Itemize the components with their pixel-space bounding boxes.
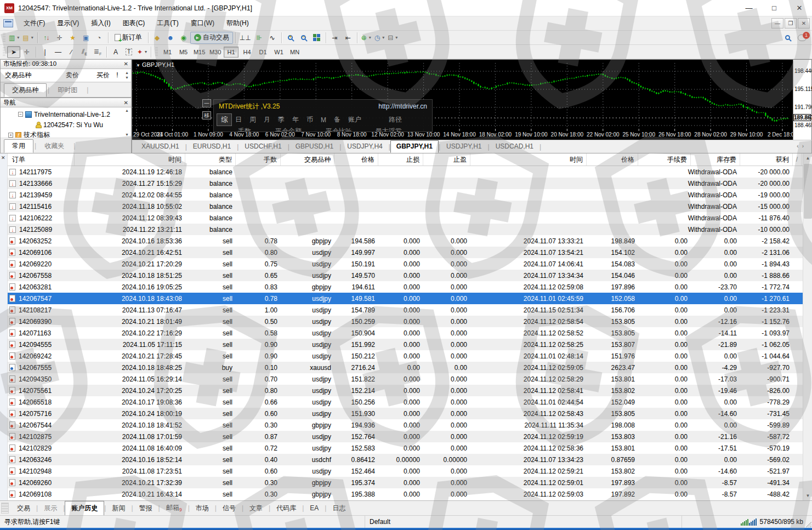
table-row[interactable]: 1420675472024.10.18 18:43:08sell0.78usdj…: [8, 293, 803, 304]
terminal-tab-2[interactable]: 展示: [38, 501, 63, 515]
terminal-tab-12[interactable]: 日志: [326, 501, 351, 515]
close-button[interactable]: ✕: [787, 0, 812, 16]
chart-tab-xauusd[interactable]: XAUUSD,H1: [135, 140, 185, 153]
column-header-5[interactable]: 交易品种: [281, 153, 334, 166]
chart-shift-button[interactable]: ⇤: [342, 32, 355, 44]
mtdriver-menu-item[interactable]: 季: [274, 114, 288, 126]
column-header-12[interactable]: 库存费: [691, 153, 740, 166]
scrollbar-thumb[interactable]: [804, 164, 812, 219]
notifications-icon[interactable]: 1: [798, 35, 807, 41]
trendline-tool-button[interactable]: ∕: [65, 46, 78, 58]
timeframe-m15[interactable]: M15: [192, 47, 207, 58]
bar-chart-mode-button[interactable]: ⊥⊥: [238, 32, 253, 44]
column-header-9[interactable]: 时间: [470, 153, 587, 166]
table-row[interactable]: 1420632462024.10.16 18:52:14sell0.40usdc…: [8, 454, 803, 465]
table-row[interactable]: 1420945552024.11.05 17:11:15sell0.90usdj…: [8, 339, 803, 350]
chart-tab-gbpjpy[interactable]: GBPJPY,H1: [390, 140, 439, 153]
terminal-tab-11[interactable]: EA: [304, 502, 325, 514]
navigator-close-icon[interactable]: ✕: [124, 100, 128, 106]
mtdriver-url-link[interactable]: http://mtdriver.cn: [378, 102, 427, 110]
timeframe-mn[interactable]: MN: [287, 47, 302, 58]
market-watch-scrollbar[interactable]: ▲▼: [123, 71, 131, 79]
table-row[interactable]: ↓1421250892024.11.22 13:21:11balanceWith…: [8, 224, 803, 235]
table-row[interactable]: 1420693902024.10.21 18:01:49sell0.50usdj…: [8, 316, 803, 327]
profiles-button[interactable]: ▤▾: [21, 32, 35, 44]
column-header-8[interactable]: 止盈: [423, 153, 470, 166]
mtdriver-menu-item[interactable]: 年: [288, 114, 303, 126]
table-row[interactable]: ↓1421179752024.11.19 12:46:18balanceWith…: [8, 166, 803, 178]
minimize-button[interactable]: —: [736, 0, 762, 16]
chevron-down-icon[interactable]: ▼: [136, 63, 140, 68]
chart-tab-usdchf[interactable]: USDCHF,H1: [239, 140, 287, 153]
auto-scroll-button[interactable]: ⇥: [328, 32, 342, 44]
timeframe-h1[interactable]: H1: [224, 47, 239, 58]
table-row[interactable]: 1420675552024.10.18 18:48:25buy0.10xauus…: [8, 362, 803, 373]
mtdriver-move-button[interactable]: 移: [202, 111, 211, 119]
mtdriver-menu-item[interactable]: 月: [260, 114, 274, 126]
navigator-tree-item[interactable]: −TriveInternational-Live-1.2: [1, 109, 131, 119]
timeframe-h4[interactable]: H4: [240, 47, 254, 58]
column-header-6[interactable]: 价格: [334, 153, 378, 166]
table-row[interactable]: 1421028292024.11.08 16:40:09sell0.72usdj…: [8, 442, 803, 454]
column-header-4[interactable]: 手数: [236, 153, 281, 166]
terminal-tab-4[interactable]: 新闻: [106, 501, 131, 515]
mtdriver-menu-item[interactable]: 日: [231, 114, 246, 126]
menu-item-2[interactable]: 显示(V): [51, 16, 85, 31]
table-row[interactable]: ↓1421154162024.11.18 10:55:02balanceWith…: [8, 201, 803, 212]
horizontal-line-tool-button[interactable]: —: [52, 46, 65, 58]
child-restore-button[interactable]: ❐: [785, 18, 797, 29]
market-watch-column-header[interactable]: !: [112, 71, 123, 79]
price-scale[interactable]: 198.440195.115191.790188.465189.867: [793, 60, 811, 140]
table-row[interactable]: 1420692202024.10.21 17:20:29sell0.75usdj…: [8, 258, 803, 270]
text-tool-button[interactable]: A: [109, 46, 122, 58]
table-row[interactable]: 1420632812024.10.16 19:05:25sell0.83gbpj…: [8, 281, 803, 293]
channel-tool-button[interactable]: ⫽E: [78, 46, 91, 58]
chart-tab-usdcad[interactable]: USDCAD,H1: [490, 140, 540, 153]
table-row[interactable]: 1421028752024.11.08 17:01:59sell0.87usdj…: [8, 431, 803, 442]
mql-community-button[interactable]: ☻: [164, 32, 177, 44]
table-row[interactable]: 1420632522024.10.16 18:53:36sell0.78gbpj…: [8, 235, 803, 247]
mtdriver-menu-item[interactable]: 账户: [344, 114, 365, 126]
table-row[interactable]: 1420711632024.10.22 17:16:29sell0.58usdj…: [8, 327, 803, 339]
table-row[interactable]: 1420675582024.10.18 18:51:25sell0.65usdj…: [8, 270, 803, 281]
new-order-button[interactable]: 新订单: [111, 32, 146, 44]
panel-grip-icon[interactable]: [1, 503, 9, 514]
toolbar-grip[interactable]: [3, 47, 5, 57]
table-row[interactable]: 1420692602024.10.21 17:32:39sell0.30gbpj…: [8, 477, 803, 488]
market-watch-button[interactable]: ↑↓: [40, 32, 53, 44]
tree-expander-icon[interactable]: −: [18, 112, 23, 117]
terminal-close-icon[interactable]: ✕: [1, 155, 5, 161]
menu-item-7[interactable]: 帮助(H): [220, 16, 255, 31]
price-chart[interactable]: ▼GBPJPY,H1 29 Oct 202431 Oct 01:001 Nov …: [132, 59, 812, 140]
terminal-tab-10[interactable]: 代码库: [270, 501, 302, 515]
navigator-tree-item[interactable]: +f技术指标: [1, 130, 131, 138]
chart-tabs-scroll-arrows[interactable]: ‹›: [797, 143, 807, 149]
toolbar-grip[interactable]: [155, 47, 158, 57]
market-watch-column-header[interactable]: 卖价: [50, 71, 81, 80]
mtdriver-collapse-button[interactable]: 一: [202, 99, 211, 107]
table-row[interactable]: ↓1421336662024.11.27 15:15:29balanceWith…: [8, 178, 803, 189]
scroll-up-icon[interactable]: ▲: [803, 153, 812, 163]
timeframe-w1[interactable]: W1: [271, 47, 286, 58]
chart-tab-usdjpy[interactable]: USDJPY,H4: [341, 140, 388, 153]
crosshair-tool-button[interactable]: ✛: [20, 46, 33, 58]
table-row[interactable]: 1421082172024.11.13 07:16:47sell1.00usdj…: [8, 304, 803, 316]
column-header-7[interactable]: 止损: [378, 153, 423, 166]
strategy-tester-button[interactable]: ◔: [93, 32, 106, 44]
timeframe-m5[interactable]: M5: [176, 47, 191, 58]
table-row[interactable]: 1420943502024.11.05 16:29:14sell0.70usdj…: [8, 373, 803, 385]
navigator-scrollbar[interactable]: ▲▼: [123, 109, 130, 136]
navigator-tab[interactable]: 收藏夹: [36, 139, 72, 153]
market-watch-close-icon[interactable]: ✕: [124, 61, 128, 67]
column-header-10[interactable]: 价格: [587, 153, 638, 166]
vertical-line-tool-button[interactable]: |: [38, 46, 52, 58]
menu-item-6[interactable]: 窗口(W): [185, 16, 220, 31]
navigator-tree-item[interactable]: 12042547: Si Yu Wu: [1, 119, 131, 130]
resize-grip[interactable]: [805, 521, 811, 527]
terminal-tab-6[interactable]: 邮箱9: [160, 501, 188, 515]
arrows-tool-button[interactable]: ✦▾: [135, 46, 149, 58]
indicators-button[interactable]: ⊕▾: [360, 32, 373, 44]
mtdriver-menu-item[interactable]: 周: [246, 114, 260, 126]
column-header-11[interactable]: 手续费: [638, 153, 691, 166]
sort-indicator[interactable]: /: [793, 153, 802, 166]
